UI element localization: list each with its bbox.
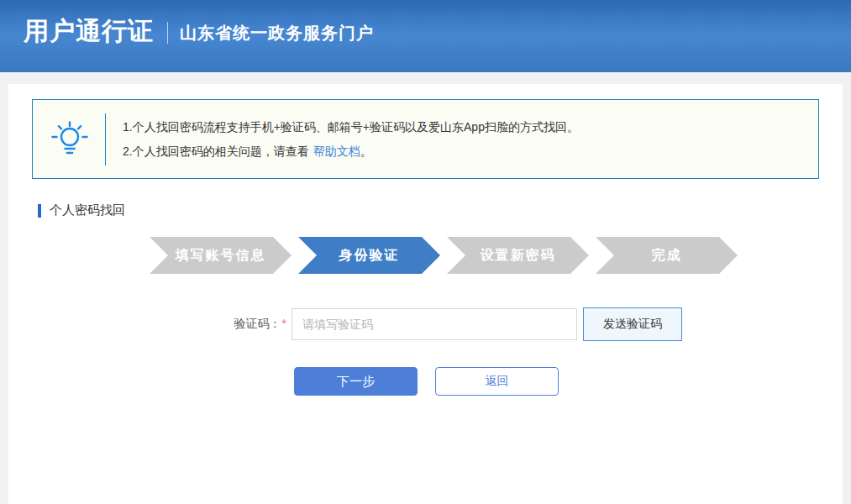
header: 用户通行证 山东省统一政务服务门户 [0, 0, 851, 72]
section-bar [38, 204, 41, 218]
portal-subtitle: 山东省统一政务服务门户 [180, 22, 374, 45]
notice-line-2: 2.个人找回密码的相关问题，请查看帮助文档。 [123, 139, 579, 164]
notice-line-1: 1.个人找回密码流程支持手机+验证码、邮箱号+验证码以及爱山东App扫脸的方式找… [123, 115, 579, 139]
step-identity-verification: 身份验证 [298, 237, 440, 274]
notice-divider [105, 113, 106, 165]
notice-line-2-text: 2.个人找回密码的相关问题，请查看 [123, 144, 309, 158]
label-text: 验证码： [234, 317, 281, 330]
lightbulb-icon [48, 120, 92, 159]
next-step-button[interactable]: 下一步 [294, 367, 418, 396]
verification-code-label: 验证码：* [210, 317, 286, 332]
required-asterisk: * [282, 317, 286, 330]
main-panel: 1.个人找回密码流程支持手机+验证码、邮箱号+验证码以及爱山东App扫脸的方式找… [8, 84, 843, 504]
header-divider [167, 22, 168, 44]
step-fill-account-info: 填写账号信息 [150, 237, 292, 274]
section-title-row: 个人密码找回 [38, 202, 843, 218]
help-doc-link[interactable]: 帮助文档 [313, 144, 360, 158]
verification-code-input[interactable] [292, 308, 577, 340]
notice-line-2-suffix: 。 [360, 144, 372, 158]
verification-code-row: 验证码：* 发送验证码 [210, 307, 843, 341]
stepper: 填写账号信息 身份验证 设置新密码 完成 [150, 237, 843, 274]
actions-row: 下一步 返回 [294, 367, 843, 396]
notice-text: 1.个人找回密码流程支持手机+验证码、邮箱号+验证码以及爱山东App扫脸的方式找… [123, 115, 579, 164]
page-title: 个人密码找回 [50, 202, 125, 218]
app-title: 用户通行证 [24, 14, 154, 49]
send-code-button[interactable]: 发送验证码 [583, 307, 682, 341]
step-complete: 完成 [596, 237, 738, 274]
notice-box: 1.个人找回密码流程支持手机+验证码、邮箱号+验证码以及爱山东App扫脸的方式找… [32, 99, 819, 179]
step-set-new-password: 设置新密码 [447, 237, 589, 274]
back-button[interactable]: 返回 [435, 367, 559, 396]
